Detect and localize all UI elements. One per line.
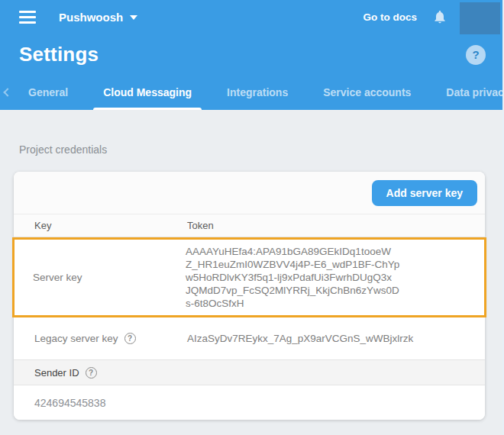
tab-service-accounts[interactable]: Service accounts: [315, 74, 418, 110]
legacy-server-key-value: AIzaSyDv7REykx_7Ag_pX9arVCGnS_wWBjxlrzk: [187, 333, 485, 344]
tab-cloud-messaging[interactable]: Cloud Messaging: [95, 74, 199, 110]
tab-data-privacy[interactable]: Data privacy: [438, 74, 504, 110]
app-header: Pushwoosh Go to docs Settings ? General …: [0, 0, 502, 110]
tabs-scroll-left-button[interactable]: [5, 74, 11, 110]
add-server-key-button[interactable]: Add server key: [372, 180, 477, 206]
tab-general[interactable]: General: [21, 74, 76, 110]
chevron-left-icon: [3, 88, 11, 96]
legacy-server-key-row: Legacy server key ? AIzaSyDv7REykx_7Ag_p…: [14, 317, 485, 360]
server-key-token: AAAAYuHEfa4:APA91bGA89GEkIDq1tooeW Z_HR1…: [186, 245, 418, 310]
sender-id-value: 424694545838: [34, 397, 105, 409]
help-icon[interactable]: ?: [466, 45, 486, 65]
topbar: Pushwoosh Go to docs: [0, 0, 502, 34]
content-area: Project credentials Add server key Key T…: [0, 110, 502, 420]
table-header-row: Key Token: [14, 214, 485, 237]
column-header-token: Token: [187, 220, 485, 231]
column-header-key: Key: [14, 220, 187, 231]
project-selector[interactable]: Pushwoosh: [59, 11, 137, 24]
project-credentials-card: Add server key Key Token Server key AAAA…: [14, 172, 485, 420]
avatar[interactable]: [460, 2, 500, 34]
settings-page: Pushwoosh Go to docs Settings ? General …: [0, 0, 504, 435]
token-line: w5HoRDlvKY3f5q1-lj9xPdafUi3FwrhDUgQ3x: [186, 271, 418, 284]
hamburger-menu-icon[interactable]: [19, 11, 36, 24]
sender-id-help-icon[interactable]: ?: [86, 367, 97, 379]
token-line: Z_HR1euZmI0WZBVV4j4P-E6_wdP1BF-ChYp: [186, 258, 418, 271]
sender-id-value-row: 424694545838: [14, 385, 485, 420]
card-toolbar: Add server key: [14, 172, 485, 214]
notifications-bell-icon[interactable]: [432, 8, 447, 25]
project-name: Pushwoosh: [59, 11, 123, 24]
token-line: AAAAYuHEfa4:APA91bGA89GEkIDq1tooeW: [186, 245, 418, 258]
legacy-server-key-label: Legacy server key: [34, 333, 118, 344]
server-key-highlight-box: Server key AAAAYuHEfa4:APA91bGA89GEkIDq1…: [12, 237, 486, 317]
legacy-server-key-label-cell: Legacy server key ?: [14, 333, 187, 344]
token-line: JQMdD7vp_FcSQ2MlYRRj_KkjChBn6zYws0D: [186, 284, 418, 297]
sender-id-label: Sender ID: [34, 367, 79, 379]
tab-bar: General Cloud Messaging Integrations Ser…: [0, 74, 502, 110]
sender-id-header-row: Sender ID ?: [14, 360, 485, 385]
chevron-down-icon: [130, 15, 137, 20]
page-title: Settings: [19, 43, 99, 66]
tab-integrations[interactable]: Integrations: [219, 74, 296, 110]
server-key-label: Server key: [15, 272, 186, 283]
title-row: Settings ?: [0, 34, 502, 74]
legacy-server-key-help-icon[interactable]: ?: [124, 333, 136, 344]
go-to-docs-link[interactable]: Go to docs: [363, 11, 418, 23]
token-line: s-6t8OcSfxH: [186, 297, 418, 310]
server-key-row: Server key AAAAYuHEfa4:APA91bGA89GEkIDq1…: [15, 240, 484, 315]
section-title: Project credentials: [19, 110, 483, 156]
